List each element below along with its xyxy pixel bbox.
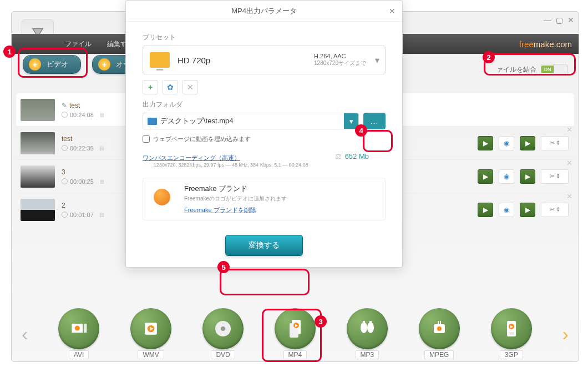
close-button[interactable]: ✕ bbox=[567, 16, 574, 24]
convert-button[interactable]: 変換する bbox=[225, 235, 303, 256]
svg-rect-17 bbox=[369, 321, 372, 324]
annotation-bubble-1: 1 bbox=[3, 46, 16, 58]
preset-resolution: 1280x720サイズまで bbox=[314, 59, 366, 67]
format-mp4[interactable]: MP4 bbox=[272, 308, 318, 359]
maximize-button[interactable]: ▢ bbox=[556, 16, 563, 24]
join-files-label: ァイルを結合 bbox=[496, 65, 536, 74]
svg-rect-25 bbox=[509, 332, 514, 335]
edit-button[interactable]: ◉ bbox=[499, 136, 514, 150]
play-button[interactable]: ▶ bbox=[478, 169, 493, 184]
svg-rect-20 bbox=[440, 321, 441, 324]
file-name: test bbox=[62, 135, 72, 143]
file-duration: 00:01:07 bbox=[70, 212, 94, 218]
video-thumbnail bbox=[21, 199, 55, 221]
play-button[interactable]: ▶ bbox=[478, 203, 493, 217]
scroll-left-button[interactable]: ‹ bbox=[19, 323, 30, 345]
format-3gp[interactable]: 3GP bbox=[488, 308, 535, 359]
annotation-bubble-5: 5 bbox=[217, 261, 230, 273]
remove-file-button[interactable]: ✕ bbox=[566, 192, 575, 201]
preview-button[interactable]: ▶ bbox=[520, 203, 535, 217]
edit-button[interactable]: ◉ bbox=[499, 169, 514, 184]
onepass-link[interactable]: ワンパスエンコーディング（高速） bbox=[143, 154, 240, 161]
monitor-icon bbox=[150, 52, 170, 68]
file-duration: 00:24:08 bbox=[70, 112, 94, 118]
format-wmv[interactable]: WMV bbox=[128, 308, 174, 359]
annotation-bubble-3: 3 bbox=[315, 315, 327, 328]
add-video-button[interactable]: + ビデオ bbox=[23, 55, 81, 74]
svg-rect-16 bbox=[363, 321, 365, 324]
brand-subtitle: Freemakeのロゴがビデオに追加されます bbox=[184, 195, 287, 203]
svg-rect-19 bbox=[438, 321, 439, 324]
preset-name: HD 720p bbox=[178, 56, 210, 65]
file-duration: 00:00:25 bbox=[70, 178, 94, 185]
clock-icon bbox=[62, 112, 68, 118]
brand-icon bbox=[149, 184, 175, 210]
dialog-header: MP4出力パラメータ ✕ bbox=[126, 1, 402, 22]
clock-icon bbox=[62, 178, 68, 184]
add-video-label: ビデオ bbox=[47, 59, 68, 69]
dialog-close-button[interactable]: ✕ bbox=[389, 7, 396, 16]
cut-button[interactable]: ✂ ¢ bbox=[541, 169, 569, 184]
weight-icon: ⚖ bbox=[335, 152, 342, 160]
annotation-bubble-4: 4 bbox=[355, 124, 367, 137]
embed-checkbox[interactable] bbox=[143, 135, 150, 143]
output-size: ⚖ 652 Mb bbox=[335, 152, 369, 160]
remove-brand-link[interactable]: Freemake ブランドを削除 bbox=[184, 206, 287, 214]
plus-icon: + bbox=[29, 58, 41, 71]
brand-link[interactable]: freemake.com bbox=[519, 39, 572, 49]
svg-point-9 bbox=[221, 326, 225, 331]
cut-button[interactable]: ✂ ¢ bbox=[541, 203, 569, 217]
edit-button[interactable]: ◉ bbox=[499, 203, 514, 217]
chevron-down-icon: ▾ bbox=[375, 55, 379, 66]
file-name: test bbox=[69, 102, 80, 109]
cut-button[interactable]: ✂ ¢ bbox=[541, 136, 569, 150]
format-avi[interactable]: AVI bbox=[55, 308, 102, 359]
brand-panel: Freemake ブランド Freemakeのロゴがビデオに追加されます Fre… bbox=[143, 178, 386, 220]
format-mpeg[interactable]: MPEG bbox=[416, 308, 463, 359]
scroll-right-button[interactable]: › bbox=[560, 323, 571, 345]
file-duration: 00:22:35 bbox=[70, 145, 94, 152]
minimize-button[interactable]: — bbox=[544, 16, 551, 24]
preview-button[interactable]: ▶ bbox=[520, 169, 535, 184]
add-preset-button[interactable]: + bbox=[143, 80, 158, 94]
preview-button[interactable]: ▶ bbox=[520, 136, 535, 150]
plus-icon: + bbox=[98, 58, 110, 71]
play-button[interactable]: ▶ bbox=[478, 136, 493, 150]
video-thumbnail bbox=[21, 165, 55, 188]
join-files-toggle[interactable]: ON bbox=[541, 64, 567, 75]
video-thumbnail bbox=[21, 132, 55, 154]
preset-settings-button[interactable]: ✿ bbox=[163, 80, 178, 94]
preset-codec: H.264, AAC bbox=[314, 53, 366, 59]
format-dvd[interactable]: DVD bbox=[200, 308, 246, 359]
folder-icon bbox=[148, 118, 157, 125]
remove-file-button[interactable]: ✕ bbox=[566, 125, 575, 134]
clock-icon bbox=[62, 145, 68, 151]
delete-preset-button[interactable]: ✕ bbox=[183, 80, 198, 94]
annotation-bubble-2: 2 bbox=[483, 51, 495, 63]
file-name: 2 bbox=[62, 202, 65, 209]
browse-button[interactable]: ... bbox=[363, 113, 386, 129]
menu-file[interactable]: ファイル bbox=[57, 39, 99, 49]
pencil-icon: ✎ bbox=[62, 102, 67, 109]
clock-icon bbox=[62, 212, 68, 218]
file-name: 3 bbox=[62, 168, 65, 176]
preset-dropdown[interactable]: HD 720p H.264, AAC 1280x720サイズまで ▾ bbox=[143, 46, 386, 74]
join-files-control: ァイルを結合 ON bbox=[496, 64, 567, 75]
svg-rect-3 bbox=[84, 324, 87, 333]
brand-title: Freemake ブランド bbox=[184, 184, 287, 194]
svg-point-4 bbox=[75, 326, 80, 331]
format-strip: ‹ AVI WMV DVD MP4 MP3 MPEG 3GP › bbox=[17, 308, 573, 359]
svg-point-21 bbox=[437, 326, 442, 331]
onepass-detail: 1280x720, 3282Kbps, 29.97 fps — 48 kHz, … bbox=[154, 162, 386, 168]
video-thumbnail bbox=[21, 99, 55, 121]
output-path-field[interactable]: デスクトップ\test.mp4 ▾ bbox=[143, 113, 359, 129]
remove-file-button[interactable]: ✕ bbox=[566, 159, 575, 168]
embed-label: ウェブページに動画を埋め込みます bbox=[153, 135, 251, 143]
output-section-label: 出力フォルダ bbox=[143, 100, 386, 109]
format-mp3[interactable]: MP3 bbox=[344, 308, 391, 359]
dialog-title: MP4出力パラメータ bbox=[231, 6, 297, 16]
output-path-text: デスクトップ\test.mp4 bbox=[160, 116, 233, 126]
preset-section-label: プリセット bbox=[143, 33, 386, 42]
